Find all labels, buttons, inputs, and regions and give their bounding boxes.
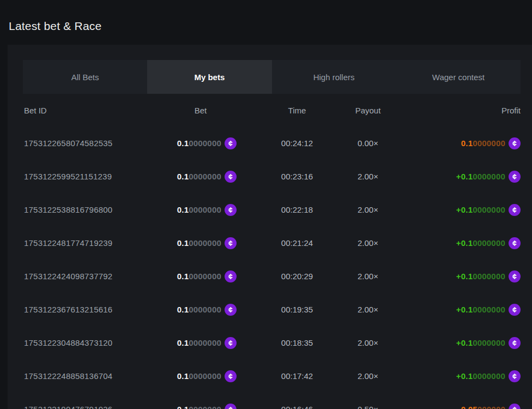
bet-time: 00:18:35 <box>237 338 332 347</box>
table-row[interactable]: 17531226580745825350.10000000¢00:24:120.… <box>24 127 521 160</box>
bet-time: 00:17:42 <box>237 371 332 381</box>
bet-amount: 0.10000000¢ <box>149 137 237 149</box>
header-bet-id: Bet ID <box>24 106 149 115</box>
table-row[interactable]: 17531225995211512390.10000000¢00:23:162.… <box>24 160 521 193</box>
bet-id: 1753122304884373120 <box>24 338 149 347</box>
bet-id: 1753122367613215616 <box>24 305 149 314</box>
coin-icon: ¢ <box>225 137 237 149</box>
bet-amount: 0.10000000¢ <box>149 270 237 282</box>
bet-profit: +0.10000000¢ <box>403 270 521 282</box>
table-row[interactable]: 17531224817747192390.10000000¢00:21:242.… <box>24 226 521 260</box>
coin-icon: ¢ <box>225 337 237 349</box>
bet-profit: +0.10000000¢ <box>403 237 521 249</box>
bet-id: 1753122190476791936 <box>24 405 149 409</box>
coin-icon: ¢ <box>509 137 521 149</box>
bet-profit: +0.10000000¢ <box>403 171 521 183</box>
tab-high-rollers[interactable]: High rollers <box>272 60 396 94</box>
coin-icon: ¢ <box>509 370 521 382</box>
bet-amount: 0.10000000¢ <box>149 171 237 183</box>
bet-time: 00:16:46 <box>237 405 332 409</box>
bet-amount: 0.10000000¢ <box>149 237 237 249</box>
header-profit: Profit <box>403 106 521 115</box>
bet-id: 1753122424098737792 <box>24 272 149 281</box>
coin-icon: ¢ <box>225 204 237 216</box>
bet-amount: 0.10000000¢ <box>149 404 237 409</box>
header-payout: Payout <box>332 106 403 115</box>
tab-my-bets[interactable]: My bets <box>147 60 271 94</box>
bet-profit: 0.05000000¢ <box>403 404 521 409</box>
bet-payout: 2.00× <box>332 272 403 281</box>
bet-profit: +0.10000000¢ <box>403 337 521 349</box>
bet-amount: 0.10000000¢ <box>149 337 237 349</box>
table-header-row: Bet ID Bet Time Payout Profit <box>24 94 521 127</box>
bet-time: 00:22:18 <box>237 205 332 214</box>
table-row[interactable]: 17531223676132156160.10000000¢00:19:352.… <box>24 293 521 326</box>
bet-id: 1753122481774719239 <box>24 238 149 248</box>
coin-icon: ¢ <box>225 370 237 382</box>
bet-payout: 2.00× <box>332 238 403 248</box>
latest-bets-panel: All BetsMy betsHigh rollersWager contest… <box>8 45 532 409</box>
bet-time: 00:23:16 <box>237 172 332 181</box>
bet-payout: 0.50× <box>332 405 403 409</box>
coin-icon: ¢ <box>509 237 521 249</box>
bet-id: 1753122248858136704 <box>24 371 149 381</box>
coin-icon: ¢ <box>225 304 237 316</box>
bet-profit: +0.10000000¢ <box>403 304 521 316</box>
bet-time: 00:19:35 <box>237 305 332 314</box>
table-row[interactable]: 17531225388167968000.10000000¢00:22:182.… <box>24 193 521 226</box>
tab-all-bets[interactable]: All Bets <box>23 60 147 94</box>
coin-icon: ¢ <box>509 270 521 282</box>
coin-icon: ¢ <box>509 171 521 183</box>
coin-icon: ¢ <box>225 237 237 249</box>
coin-icon: ¢ <box>509 304 521 316</box>
coin-icon: ¢ <box>509 404 521 409</box>
coin-icon: ¢ <box>225 270 237 282</box>
bet-profit: +0.10000000¢ <box>403 204 521 216</box>
page-title: Latest bet & Race <box>9 20 101 33</box>
bet-payout: 2.00× <box>332 172 403 181</box>
bet-payout: 2.00× <box>332 338 403 347</box>
tab-wager-contest[interactable]: Wager contest <box>396 60 521 94</box>
bet-id: 1753122658074582535 <box>24 139 149 148</box>
bet-time: 00:21:24 <box>237 238 332 248</box>
bet-time: 00:24:12 <box>237 139 332 148</box>
bet-id: 1753122599521151239 <box>24 172 149 181</box>
bet-payout: 2.00× <box>332 305 403 314</box>
table-row[interactable]: 17531221904767919360.10000000¢00:16:460.… <box>24 393 521 409</box>
bet-amount: 0.10000000¢ <box>149 304 237 316</box>
header-bet: Bet <box>149 106 237 115</box>
tab-bar: All BetsMy betsHigh rollersWager contest <box>23 60 521 94</box>
bet-profit: +0.10000000¢ <box>403 370 521 382</box>
bet-amount: 0.10000000¢ <box>149 370 237 382</box>
bets-table-body: 17531226580745825350.10000000¢00:24:120.… <box>24 127 521 409</box>
coin-icon: ¢ <box>225 404 237 409</box>
bet-payout: 2.00× <box>332 371 403 381</box>
coin-icon: ¢ <box>509 204 521 216</box>
bet-time: 00:20:29 <box>237 272 332 281</box>
bet-id: 1753122538816796800 <box>24 205 149 214</box>
bet-amount: 0.10000000¢ <box>149 204 237 216</box>
bet-payout: 0.00× <box>332 139 403 148</box>
bet-profit: 0.10000000¢ <box>403 137 521 149</box>
table-row[interactable]: 17531222488581367040.10000000¢00:17:422.… <box>24 359 521 393</box>
coin-icon: ¢ <box>509 337 521 349</box>
table-row[interactable]: 17531224240987377920.10000000¢00:20:292.… <box>24 260 521 293</box>
coin-icon: ¢ <box>225 171 237 183</box>
bet-payout: 2.00× <box>332 205 403 214</box>
header-time: Time <box>237 106 332 115</box>
table-row[interactable]: 17531223048843731200.10000000¢00:18:352.… <box>24 326 521 359</box>
